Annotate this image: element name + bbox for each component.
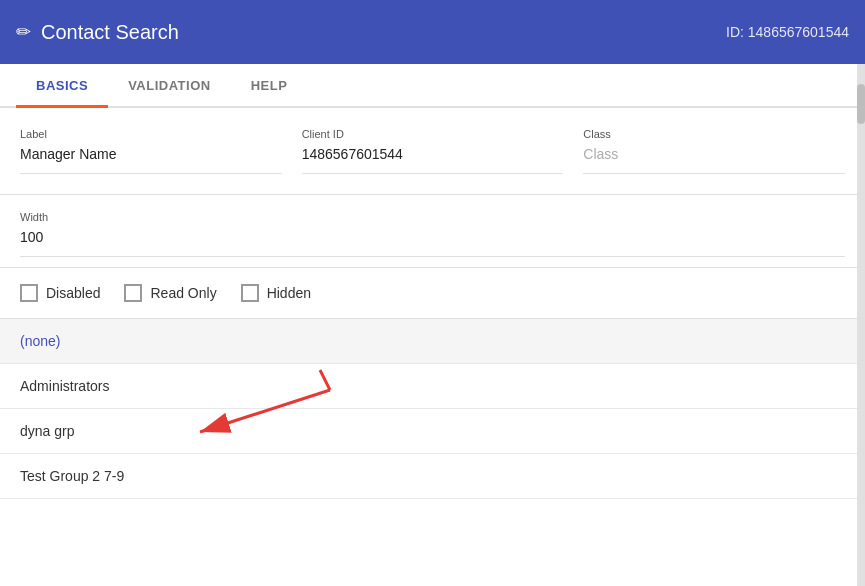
client-id-value: 1486567601544 <box>302 146 564 174</box>
label-field-label: Label <box>20 128 282 140</box>
list-item-dyna-grp[interactable]: dyna grp <box>0 409 865 454</box>
label-field-value: Manager Name <box>20 146 282 174</box>
readonly-label: Read Only <box>150 285 216 301</box>
form-content: Label Manager Name Client ID 14865676015… <box>0 108 865 499</box>
header-id: ID: 1486567601544 <box>726 24 849 40</box>
hidden-checkbox[interactable]: Hidden <box>241 284 311 302</box>
class-field: Class Class <box>583 128 845 174</box>
readonly-checkbox[interactable]: Read Only <box>124 284 216 302</box>
width-label: Width <box>20 211 845 223</box>
edit-icon: ✏ <box>16 21 31 43</box>
scrollbar[interactable] <box>857 64 865 586</box>
scrollbar-thumb[interactable] <box>857 84 865 124</box>
label-field: Label Manager Name <box>20 128 282 174</box>
readonly-checkbox-box[interactable] <box>124 284 142 302</box>
checkboxes-section: Disabled Read Only Hidden <box>0 268 865 319</box>
class-field-value: Class <box>583 146 845 174</box>
disabled-checkbox[interactable]: Disabled <box>20 284 100 302</box>
list-item-none[interactable]: (none) <box>0 319 865 364</box>
width-value: 100 <box>20 229 845 257</box>
tab-validation[interactable]: VALIDATION <box>108 64 231 108</box>
hidden-checkbox-box[interactable] <box>241 284 259 302</box>
width-section: Width 100 <box>0 195 865 268</box>
app-title: Contact Search <box>41 21 179 44</box>
hidden-label: Hidden <box>267 285 311 301</box>
app-header: ✏ Contact Search ID: 1486567601544 <box>0 0 865 64</box>
list-item-administrators[interactable]: Administrators <box>0 364 865 409</box>
client-id-label: Client ID <box>302 128 564 140</box>
header-title-area: ✏ Contact Search <box>16 21 179 44</box>
tab-bar: BASICS VALIDATION HELP <box>0 64 865 108</box>
disabled-label: Disabled <box>46 285 100 301</box>
client-id-field: Client ID 1486567601544 <box>302 128 564 174</box>
group-list: (none) Administrators dyna grp Test Grou… <box>0 319 865 499</box>
label-clientid-section: Label Manager Name Client ID 14865676015… <box>0 108 865 195</box>
tab-help[interactable]: HELP <box>231 64 308 108</box>
list-item-test-group[interactable]: Test Group 2 7-9 <box>0 454 865 499</box>
tab-basics[interactable]: BASICS <box>16 64 108 108</box>
disabled-checkbox-box[interactable] <box>20 284 38 302</box>
class-field-label: Class <box>583 128 845 140</box>
